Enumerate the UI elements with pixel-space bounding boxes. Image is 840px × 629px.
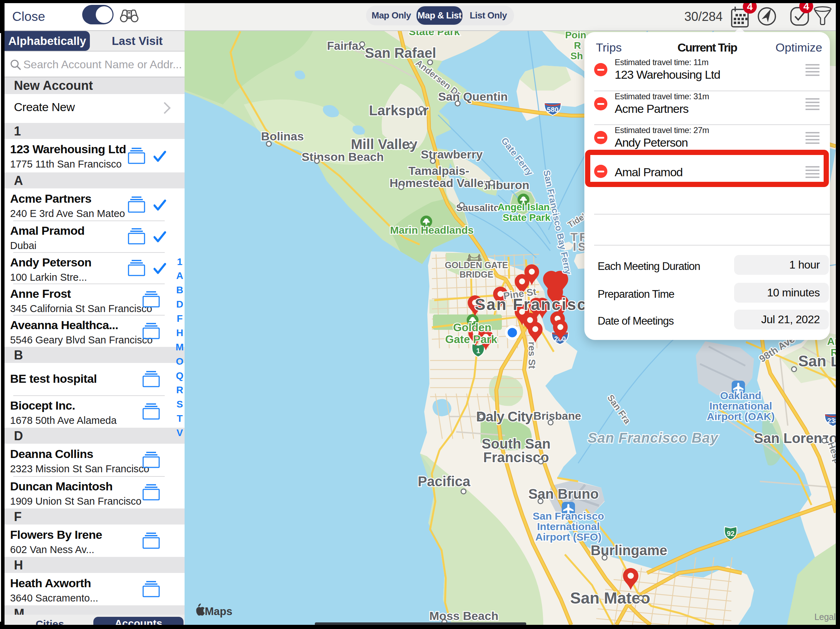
svg-text:San Lean: San Lean — [798, 352, 836, 370]
svg-text:4: 4 — [747, 3, 753, 12]
svg-text:Moss Beach: Moss Beach — [429, 609, 498, 623]
svg-text:Golden: Golden — [453, 321, 491, 333]
svg-text:Legal: Legal — [814, 612, 835, 622]
svg-text:San Francisco Bay: San Francisco Bay — [588, 430, 719, 446]
svg-text:San Quentin: San Quentin — [438, 90, 508, 103]
svg-text:Airport (OAK): Airport (OAK) — [707, 411, 775, 422]
svg-text:92: 92 — [727, 530, 734, 537]
svg-text:Stinson Beach: Stinson Beach — [302, 150, 384, 163]
svg-text:State Park: State Park — [503, 212, 551, 223]
svg-text:South San: South San — [482, 436, 551, 451]
svg-text:Daly City: Daly City — [476, 409, 533, 424]
svg-text:Maps: Maps — [205, 605, 232, 618]
svg-text:Regio: Regio — [831, 346, 836, 358]
svg-text:International: International — [537, 521, 600, 532]
svg-text:Burlingame: Burlingame — [591, 543, 667, 558]
svg-text:Airport (SFO): Airport (SFO) — [535, 531, 602, 543]
svg-text:International: International — [709, 400, 772, 412]
svg-text:580: 580 — [547, 106, 558, 114]
svg-text:Antho: Antho — [827, 335, 836, 347]
svg-text:Gate Park: Gate Park — [445, 333, 497, 346]
svg-text:Pacifica: Pacifica — [418, 474, 471, 489]
svg-text:res St: res St — [527, 342, 537, 369]
svg-text:Sh: Sh — [570, 51, 583, 61]
svg-text:4: 4 — [804, 3, 809, 12]
svg-text:Strawberry: Strawberry — [421, 148, 483, 161]
svg-text:Homestead Valley: Homestead Valley — [389, 176, 490, 190]
svg-text:238: 238 — [827, 417, 836, 425]
svg-text:State Park: State Park — [409, 30, 460, 37]
svg-text:GOLDEN GATE: GOLDEN GATE — [445, 260, 508, 270]
svg-text:Angel Island: Angel Island — [498, 202, 556, 212]
svg-text:San Rafael: San Rafael — [365, 45, 436, 61]
svg-text:Oakland: Oakland — [720, 390, 761, 401]
svg-text:1: 1 — [476, 347, 480, 354]
svg-text:Marin Headlands: Marin Headlands — [390, 224, 474, 236]
svg-text:BRIDGE: BRIDGE — [459, 270, 493, 279]
svg-text:Poin: Poin — [565, 30, 586, 40]
svg-text:Tamalpais-: Tamalpais- — [408, 164, 469, 177]
svg-text:Bolinas: Bolinas — [261, 130, 304, 143]
svg-text:Fairfax: Fairfax — [327, 40, 365, 52]
svg-text:San Francisco: San Francisco — [532, 510, 604, 522]
svg-text:San Francisco: San Francisco — [475, 296, 598, 313]
svg-text:Brisbane: Brisbane — [534, 409, 581, 422]
svg-text:R: R — [574, 40, 581, 51]
svg-text:Mill Valley: Mill Valley — [351, 136, 418, 152]
